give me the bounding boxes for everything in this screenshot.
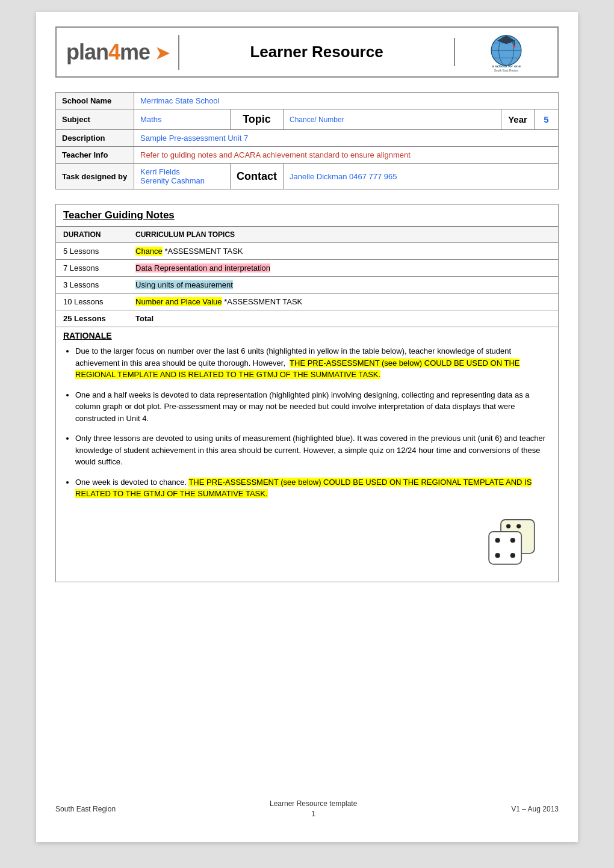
rationale-bullet-1: Due to the larger focus on number over t… (75, 345, 551, 381)
school-logo-cell: a school for one South East Region (455, 28, 557, 76)
guiding-table: DURATION CURRICULUM PLAN TOPICS 5 Lesson… (56, 226, 558, 327)
contact-value: Janelle Dickman 0467 777 965 (284, 164, 559, 189)
year-value: 5 (535, 109, 559, 130)
svg-point-18 (495, 538, 500, 543)
teacher-info-row: Teacher Info Refer to guiding notes and … (56, 147, 559, 164)
curriculum-header: CURRICULUM PLAN TOPICS (128, 227, 558, 243)
guiding-notes-title: Teacher Guiding Notes (56, 205, 558, 226)
bullet4-highlight: THE PRE-ASSESSMENT (see below) COULD BE … (75, 478, 532, 499)
duration-3: 3 Lessons (56, 277, 128, 294)
svg-point-11 (506, 524, 510, 528)
topic-3: Using units of measurement (128, 277, 558, 294)
bullet1-highlight: THE PRE-ASSESSMENT (see below) COULD BE … (75, 359, 519, 380)
task-designed-row: Task designed by Kerri Fields Serenity C… (56, 164, 559, 189)
footer-right: V1 – Aug 2013 (511, 805, 559, 813)
topic-label: Topic (231, 109, 284, 130)
topic-3-highlight: Using units of measurement (135, 280, 233, 289)
dice-icon (485, 514, 539, 568)
guiding-table-header: DURATION CURRICULUM PLAN TOPICS (56, 227, 558, 243)
svg-point-7 (513, 45, 515, 48)
logo: plan4me ➤ (66, 40, 169, 65)
info-table: School Name Merrimac State School Subjec… (55, 92, 559, 189)
logo-cell: plan4me ➤ (57, 35, 179, 70)
guiding-row-2: 7 Lessons Data Representation and interp… (56, 260, 558, 277)
svg-text:South East Region: South East Region (494, 69, 519, 72)
footer-page-number: 1 (270, 809, 357, 818)
school-name-row: School Name Merrimac State School (56, 93, 559, 109)
school-logo-icon: a school for one South East Region (482, 32, 530, 72)
dice-container (63, 508, 551, 574)
topic-4-highlight: Number and Place Value (135, 297, 222, 306)
total-duration: 25 Lessons (56, 310, 128, 327)
teacher-info-label: Teacher Info (56, 147, 134, 164)
rationale-bullet-2: One and a half weeks is devoted to data … (75, 389, 551, 425)
rationale-content: Due to the larger focus on number over t… (56, 342, 558, 582)
footer-center-text: Learner Resource template (270, 799, 357, 808)
rationale-list: Due to the larger focus on number over t… (75, 345, 551, 500)
duration-header: DURATION (56, 227, 128, 243)
school-name-value: Merrimac State School (134, 93, 559, 109)
description-row: Description Sample Pre-assessment Unit 7 (56, 130, 559, 147)
task-designed-value: Kerri Fields Serenity Cashman (134, 164, 231, 189)
learner-resource-title: Learner Resource (250, 43, 383, 61)
topic-4: Number and Place Value *ASSESSMENT TASK (128, 294, 558, 310)
school-name-label: School Name (56, 93, 134, 109)
guiding-row-3: 3 Lessons Using units of measurement (56, 277, 558, 294)
footer: South East Region Learner Resource templ… (55, 787, 559, 818)
page: plan4me ➤ Learner Resource a school fo (36, 12, 578, 842)
description-value: Sample Pre-assessment Unit 7 (134, 130, 559, 147)
task-designed-label: Task designed by (56, 164, 134, 189)
topic-value: Chance/ Number (284, 109, 501, 130)
contact-label: Contact (231, 164, 284, 189)
teacher-guiding-notes-box: Teacher Guiding Notes DURATION CURRICULU… (55, 204, 559, 582)
svg-point-20 (495, 553, 500, 558)
svg-text:a school for one: a school for one (492, 64, 521, 68)
duration-1: 5 Lessons (56, 243, 128, 260)
topic-2: Data Representation and interpretation (128, 260, 558, 277)
duration-2: 7 Lessons (56, 260, 128, 277)
svg-rect-6 (513, 41, 515, 46)
total-label: Total (128, 310, 558, 327)
description-label: Description (56, 130, 134, 147)
svg-point-19 (510, 538, 515, 543)
rationale-title: RATIONALE (56, 327, 558, 342)
guiding-row-4: 10 Lessons Number and Place Value *ASSES… (56, 294, 558, 310)
header: plan4me ➤ Learner Resource a school fo (55, 26, 559, 78)
topic-1: Chance *ASSESSMENT TASK (128, 243, 558, 260)
footer-center: Learner Resource template 1 (270, 799, 357, 818)
logo-arrow-icon: ➤ (155, 43, 169, 63)
svg-rect-17 (489, 531, 521, 564)
guiding-total-row: 25 Lessons Total (56, 310, 558, 327)
year-label: Year (501, 109, 535, 130)
teacher-info-value: Refer to guiding notes and ACARA achieve… (134, 147, 559, 164)
rationale-bullet-3: Only three lessons are devoted to using … (75, 432, 551, 468)
svg-point-21 (510, 553, 515, 558)
topic-2-highlight: Data Representation and interpretation (135, 263, 270, 272)
subject-row: Subject Maths Topic Chance/ Number Year … (56, 109, 559, 130)
svg-point-12 (516, 524, 521, 528)
topic-1-highlight: Chance (135, 247, 163, 256)
subject-label: Subject (56, 109, 134, 130)
rationale-bullet-4: One week is devoted to chance. THE PRE-A… (75, 476, 551, 500)
header-title: Learner Resource (179, 38, 455, 66)
guiding-row-1: 5 Lessons Chance *ASSESSMENT TASK (56, 243, 558, 260)
duration-4: 10 Lessons (56, 294, 128, 310)
subject-value: Maths (134, 109, 231, 130)
footer-left: South East Region (55, 805, 116, 813)
